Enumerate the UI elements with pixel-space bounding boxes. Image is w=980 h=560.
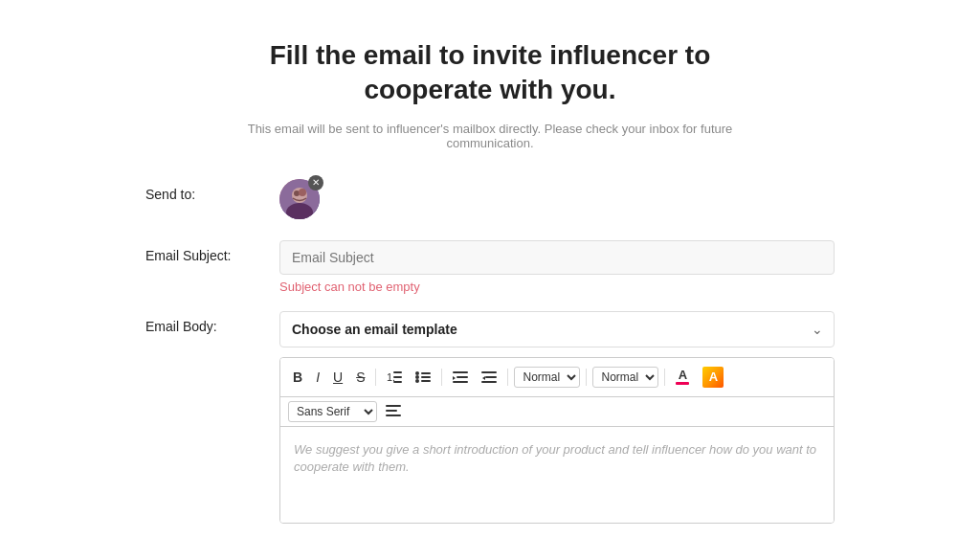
heading-select[interactable]: Normal H1 H2 H3 bbox=[592, 367, 658, 388]
align-button[interactable] bbox=[381, 402, 406, 421]
unordered-list-button[interactable] bbox=[411, 368, 435, 387]
svg-point-9 bbox=[415, 371, 419, 375]
svg-point-3 bbox=[294, 190, 300, 196]
editor-toolbar-row1: B I U S 1. bbox=[280, 358, 834, 397]
email-subject-input[interactable] bbox=[279, 240, 835, 275]
ordered-list-button[interactable]: 1. bbox=[382, 368, 407, 387]
email-body-label: Email Body: bbox=[145, 311, 279, 334]
avatar-wrap: ✕ bbox=[279, 179, 320, 219]
indent-button[interactable] bbox=[448, 368, 473, 387]
svg-rect-14 bbox=[421, 380, 431, 382]
svg-point-10 bbox=[415, 375, 419, 379]
highlight-icon: A bbox=[702, 367, 724, 388]
toolbar-divider-4 bbox=[586, 369, 587, 386]
font-family-select[interactable]: Sans Serif Serif Monospace bbox=[288, 401, 377, 422]
email-body-field: Choose an email template Introduction Te… bbox=[279, 311, 835, 524]
svg-rect-20 bbox=[481, 381, 497, 383]
send-to-label: Send to: bbox=[145, 179, 279, 202]
underline-button[interactable]: U bbox=[328, 367, 347, 388]
email-subject-field: Subject can not be empty bbox=[279, 240, 835, 294]
svg-rect-7 bbox=[393, 376, 402, 378]
svg-rect-8 bbox=[393, 381, 402, 383]
toolbar-divider-1 bbox=[375, 369, 376, 386]
send-to-field: ✕ bbox=[279, 179, 835, 223]
font-color-button[interactable]: A bbox=[671, 366, 694, 388]
page-title: Fill the email to invite influencer to c… bbox=[203, 38, 777, 108]
email-body-row: Email Body: Choose an email template Int… bbox=[145, 311, 835, 524]
toolbar-divider-2 bbox=[441, 369, 442, 386]
svg-rect-21 bbox=[386, 405, 401, 407]
remove-avatar-button[interactable]: ✕ bbox=[308, 175, 323, 190]
email-template-select[interactable]: Choose an email template Introduction Te… bbox=[279, 311, 835, 347]
font-size-select[interactable]: Normal Small Large Huge bbox=[514, 367, 580, 388]
strikethrough-button[interactable]: S bbox=[351, 367, 369, 388]
svg-rect-22 bbox=[386, 410, 397, 412]
editor-body[interactable]: We suggest you give a short introduction… bbox=[280, 427, 834, 523]
svg-rect-13 bbox=[421, 376, 431, 378]
editor-toolbar-row2: Sans Serif Serif Monospace bbox=[280, 397, 834, 427]
svg-rect-16 bbox=[457, 376, 468, 378]
svg-rect-15 bbox=[453, 371, 468, 373]
svg-rect-12 bbox=[421, 372, 431, 374]
send-to-row: Send to: ✕ bbox=[145, 179, 835, 223]
svg-point-4 bbox=[299, 189, 306, 196]
highlight-button[interactable]: A bbox=[698, 364, 728, 391]
editor-placeholder: We suggest you give a short introduction… bbox=[294, 442, 816, 474]
svg-rect-19 bbox=[485, 376, 497, 378]
svg-rect-18 bbox=[481, 371, 497, 373]
page-subtitle: This email will be sent to influencer's … bbox=[222, 122, 758, 150]
subject-error: Subject can not be empty bbox=[279, 280, 835, 294]
svg-point-11 bbox=[415, 379, 419, 383]
svg-rect-6 bbox=[393, 371, 402, 373]
toolbar-divider-5 bbox=[664, 369, 665, 386]
email-subject-row: Email Subject: Subject can not be empty bbox=[145, 240, 835, 294]
outdent-button[interactable] bbox=[477, 368, 501, 387]
email-subject-label: Email Subject: bbox=[145, 240, 279, 263]
toolbar-divider-3 bbox=[507, 369, 508, 386]
email-form: Send to: ✕ Email Subject: bbox=[145, 179, 835, 524]
email-editor: B I U S 1. bbox=[279, 357, 835, 524]
font-color-icon: A bbox=[676, 369, 689, 385]
italic-button[interactable]: I bbox=[311, 367, 324, 388]
template-select-wrapper: Choose an email template Introduction Te… bbox=[279, 311, 835, 347]
svg-rect-23 bbox=[386, 414, 401, 416]
svg-rect-17 bbox=[453, 381, 468, 383]
bold-button[interactable]: B bbox=[288, 367, 307, 388]
